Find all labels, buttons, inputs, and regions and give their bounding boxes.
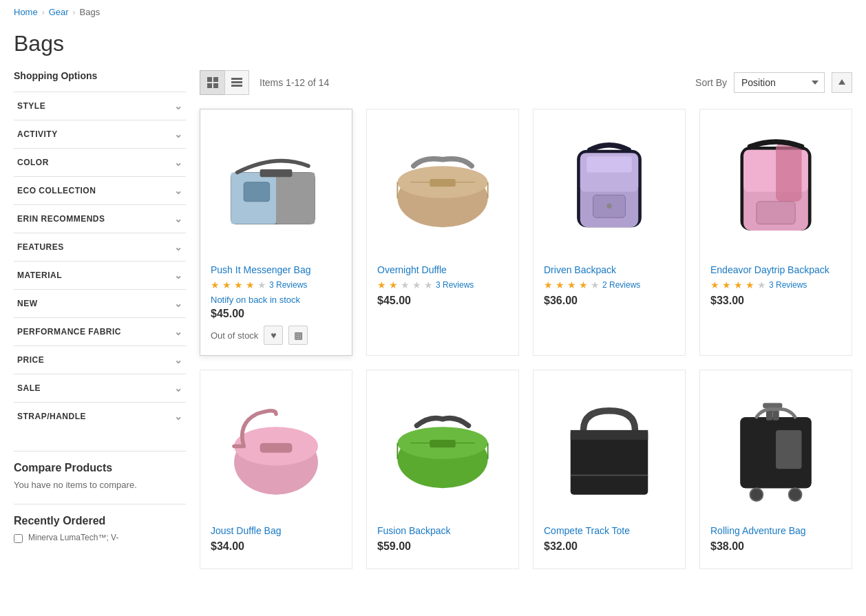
sort-select[interactable]: Position Product Name Price (734, 72, 825, 93)
sort-ascending-icon (837, 78, 847, 87)
product-card: Joust Duffle Bag $34.00 (200, 370, 352, 569)
product-image-wrap (377, 381, 508, 518)
product-card-actions: Out of stock ♥ ▩ (211, 326, 341, 345)
product-image-wrap (211, 381, 341, 518)
star-empty: ★ (424, 279, 433, 290)
product-name-link[interactable]: Overnight Duffle (377, 264, 447, 275)
product-name-link[interactable]: Driven Backpack (544, 264, 616, 275)
grid-view-button[interactable] (200, 70, 224, 95)
svg-rect-11 (260, 169, 293, 177)
filter-group-header-erin-recommends[interactable]: ERIN RECOMMENDS ⌄ (14, 205, 186, 233)
sort-ascending-button[interactable] (832, 72, 852, 93)
filter-group-chevron-activity: ⌄ (174, 129, 183, 140)
svg-rect-9 (276, 173, 315, 224)
filter-group-chevron-sale: ⌄ (174, 383, 183, 394)
star-full: ★ (544, 279, 553, 290)
recently-ordered-checkbox[interactable] (14, 534, 23, 543)
filter-group-material: MATERIAL ⌄ (14, 261, 186, 289)
page-title: Bags (0, 24, 866, 70)
star-empty: ★ (591, 279, 600, 290)
list-icon (231, 77, 242, 88)
recently-ordered-item: Minerva LumaTech™; V- (14, 533, 186, 543)
wishlist-button[interactable]: ♥ (264, 326, 283, 345)
star-full: ★ (211, 279, 220, 290)
breadcrumb-sep-1: › (42, 8, 45, 17)
filter-group-label-erin-recommends: ERIN RECOMMENDS (17, 214, 105, 224)
product-name-link[interactable]: Joust Duffle Bag (211, 525, 281, 536)
filter-group-strap-handle: STRAP/HANDLE ⌄ (14, 402, 186, 430)
reviews-link[interactable]: 3 Reviews (769, 280, 807, 290)
breadcrumb-home-link[interactable]: Home (14, 7, 38, 17)
filter-group-performance-fabric: PERFORMANCE FABRIC ⌄ (14, 317, 186, 346)
product-name-link[interactable]: Push It Messenger Bag (211, 264, 311, 275)
star-full: ★ (746, 279, 754, 290)
product-price: $34.00 (211, 540, 341, 553)
svg-rect-49 (776, 430, 802, 469)
filter-group-header-features[interactable]: FEATURES ⌄ (14, 233, 186, 261)
toolbar-right: Sort By Position Product Name Price (695, 72, 852, 93)
filter-group-label-features: FEATURES (17, 242, 64, 252)
star-full: ★ (222, 279, 231, 290)
filter-group-label-performance-fabric: PERFORMANCE FABRIC (17, 327, 121, 337)
toolbar-left: Items 1-12 of 14 (200, 70, 329, 95)
product-name-link[interactable]: Compete Track Tote (544, 525, 630, 536)
star-full: ★ (734, 279, 743, 290)
filter-group-header-strap-handle[interactable]: STRAP/HANDLE ⌄ (14, 403, 186, 430)
filter-group-new: NEW ⌄ (14, 289, 186, 317)
toolbar: Items 1-12 of 14 Sort By Position Produc… (200, 70, 852, 95)
filter-group-label-new: NEW (17, 299, 38, 308)
star-full: ★ (579, 279, 588, 290)
filter-group-chevron-material: ⌄ (174, 270, 183, 281)
filter-group-label-material: MATERIAL (17, 270, 62, 280)
main-content: Items 1-12 of 14 Sort By Position Produc… (200, 70, 852, 569)
svg-rect-2 (207, 83, 212, 88)
filter-group-chevron-strap-handle: ⌄ (174, 411, 183, 422)
product-rating: ★★★★★ 2 Reviews (544, 279, 675, 290)
filter-group-header-eco-collection[interactable]: ECO COLLECTION ⌄ (14, 177, 186, 204)
filter-group-chevron-style: ⌄ (174, 100, 183, 111)
product-name-link[interactable]: Rolling Adventure Bag (710, 525, 806, 536)
star-full: ★ (722, 279, 731, 290)
reviews-link[interactable]: 3 Reviews (269, 280, 307, 290)
filter-group-header-color[interactable]: COLOR ⌄ (14, 149, 186, 176)
product-image-wrap (710, 381, 841, 518)
view-modes (200, 70, 249, 95)
svg-rect-23 (587, 156, 632, 172)
svg-rect-46 (763, 403, 782, 409)
product-name-link[interactable]: Endeavor Daytrip Backpack (710, 264, 830, 275)
filter-group-header-style[interactable]: STYLE ⌄ (14, 92, 186, 120)
filter-group-label-sale: SALE (17, 383, 41, 393)
svg-rect-5 (231, 81, 242, 83)
star-empty: ★ (257, 279, 266, 290)
filter-group-chevron-erin-recommends: ⌄ (174, 213, 183, 224)
notify-back-in-stock-link[interactable]: Notify on back in stock (211, 295, 341, 305)
breadcrumb-sep-2: › (73, 8, 76, 17)
reviews-link[interactable]: 3 Reviews (436, 280, 474, 290)
filter-group-header-activity[interactable]: ACTIVITY ⌄ (14, 120, 186, 148)
product-card: Push It Messenger Bag ★★★★★ 3 Reviews No… (200, 109, 352, 356)
compare-button[interactable]: ▩ (288, 326, 308, 345)
filter-group-label-eco-collection: ECO COLLECTION (17, 186, 96, 195)
filter-group-header-price[interactable]: PRICE ⌄ (14, 346, 186, 374)
filter-group-header-performance-fabric[interactable]: PERFORMANCE FABRIC ⌄ (14, 318, 186, 346)
svg-rect-28 (757, 202, 795, 224)
filter-group-chevron-color: ⌄ (174, 157, 183, 168)
svg-point-22 (606, 204, 612, 209)
svg-rect-6 (231, 85, 242, 87)
product-rating: ★★★★★ 3 Reviews (710, 279, 841, 290)
reviews-link[interactable]: 2 Reviews (602, 280, 640, 290)
filter-group-header-material[interactable]: MATERIAL ⌄ (14, 262, 186, 289)
recently-ordered-item-label: Minerva LumaTech™; V- (28, 533, 118, 542)
star-half: ★ (246, 279, 255, 290)
filter-group-chevron-features: ⌄ (174, 242, 183, 253)
filter-group-eco-collection: ECO COLLECTION ⌄ (14, 176, 186, 204)
product-name: Fusion Backpack (377, 525, 508, 536)
breadcrumb-gear-link[interactable]: Gear (49, 7, 69, 17)
filter-group-header-sale[interactable]: SALE ⌄ (14, 374, 186, 402)
breadcrumb: Home › Gear › Bags (0, 0, 866, 24)
list-view-button[interactable] (224, 70, 249, 95)
filter-group-chevron-performance-fabric: ⌄ (174, 326, 183, 337)
filter-group-header-new[interactable]: NEW ⌄ (14, 290, 186, 317)
product-name-link[interactable]: Fusion Backpack (377, 525, 451, 536)
filter-group-activity: ACTIVITY ⌄ (14, 120, 186, 148)
